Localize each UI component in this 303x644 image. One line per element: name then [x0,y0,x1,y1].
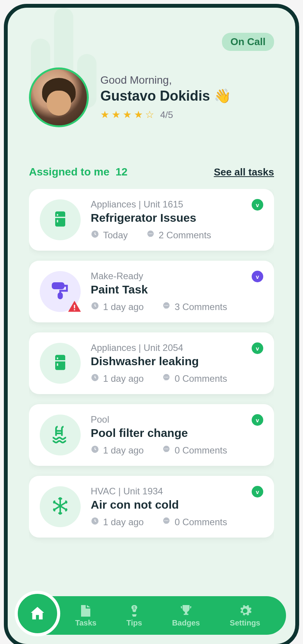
task-category: HVAC | Unit 1934 [91,486,263,497]
clock-icon [91,445,99,456]
svg-point-7 [149,233,149,234]
task-category: Appliances | Unit 1615 [91,199,263,210]
task-comments: 0 Comments [162,373,227,384]
nav-home-button[interactable] [15,591,60,636]
task-time: 1 day ago [91,517,144,528]
task-list[interactable]: Appliances | Unit 1615Refrigerator Issue… [29,189,274,594]
assigned-count: 12 [115,166,127,178]
task-body: Appliances | Unit 1615Refrigerator Issue… [91,199,263,241]
svg-point-38 [168,520,168,521]
status-dot: v [252,486,263,497]
svg-rect-11 [59,293,62,298]
clock-icon [91,517,99,528]
task-meta: Today2 Comments [91,230,263,241]
task-comments: 2 Comments [146,230,211,241]
svg-point-28 [168,377,168,378]
task-body: HVAC | Unit 1934Air con not cold1 day ag… [91,486,263,528]
task-time: 1 day ago [91,373,144,384]
status-badge[interactable]: On Call [222,33,274,51]
svg-point-9 [152,233,152,234]
task-card[interactable]: PoolPool filter change1 day ago0 Comment… [29,404,274,466]
svg-point-26 [165,377,166,378]
star-outline-icon: ☆ [145,109,154,121]
task-time: 1 day ago [91,302,144,312]
task-body: Appliances | Unit 2054Dishwasher leaking… [91,342,263,384]
nav-tasks[interactable]: Tasks [75,604,96,627]
task-title: Air con not cold [91,498,263,511]
task-meta: 1 day ago0 Comments [91,445,263,456]
fridge-icon [50,209,70,231]
chat-icon [162,517,171,528]
home-icon [29,605,46,622]
task-card[interactable]: Appliances | Unit 1615Refrigerator Issue… [29,189,274,251]
app-screen: On Call Good Morning, Gustavo Dokidis 👋 … [4,4,299,644]
svg-point-31 [165,448,166,449]
task-icon-wrap [40,486,81,527]
paint-icon [50,281,70,302]
assigned-heading: Assigned to me 12 [29,166,127,178]
task-comments: 3 Comments [162,302,227,312]
svg-point-17 [166,305,167,306]
task-title: Pool filter change [91,427,263,440]
svg-rect-10 [53,283,64,288]
task-card[interactable]: Appliances | Unit 2054Dishwasher leaking… [29,332,274,394]
tasks-icon [79,604,93,618]
chat-icon [162,445,171,456]
task-meta: 1 day ago0 Comments [91,373,263,384]
task-time: Today [91,230,128,241]
nav-badges[interactable]: Badges [172,604,200,627]
task-category: Pool [91,414,263,425]
wave-emoji: 👋 [214,88,231,104]
user-name: Gustavo Dokidis 👋 [100,88,231,104]
svg-point-8 [150,233,151,234]
nav-items: Tasks $ Tips Badges Settings [60,604,275,627]
task-meta: 1 day ago3 Comments [91,302,263,312]
status-dot: v [252,271,263,282]
tips-icon: $ [127,604,141,618]
svg-rect-20 [55,355,65,361]
task-comments: 0 Comments [162,517,227,528]
svg-point-18 [168,305,168,306]
pool-icon [50,424,70,446]
svg-text:$: $ [133,605,135,610]
clock-icon [91,230,99,241]
task-comments: 0 Comments [162,445,227,456]
status-dot: v [252,414,263,426]
svg-rect-13 [74,309,75,310]
status-dot: v [252,342,263,354]
task-body: Make-ReadyPaint Task1 day ago3 Comments [91,271,263,312]
see-all-link[interactable]: See all tasks [214,166,274,178]
task-title: Dishwasher leaking [91,355,263,368]
alert-icon [67,300,82,314]
nav-settings[interactable]: Settings [230,604,260,627]
rating-text: 4/5 [160,110,173,120]
task-category: Appliances | Unit 2054 [91,342,263,353]
task-card[interactable]: HVAC | Unit 1934Air con not cold1 day ag… [29,476,274,538]
chat-icon [162,373,171,384]
task-card[interactable]: Make-ReadyPaint Task1 day ago3 Commentsv [29,261,274,322]
svg-point-16 [165,305,166,306]
clock-icon [91,302,99,312]
svg-rect-4 [57,220,58,223]
chat-icon [162,302,171,312]
nav-tips[interactable]: $ Tips [126,604,142,627]
settings-icon [238,604,252,618]
greeting-prefix: Good Morning, [100,74,231,86]
hvac-icon [50,496,70,518]
task-time: 1 day ago [91,445,144,456]
svg-point-33 [168,448,168,449]
clock-icon [91,373,99,384]
star-icon: ★ [112,109,120,121]
avatar[interactable] [29,67,89,127]
chat-icon [146,230,155,241]
svg-rect-3 [57,214,58,216]
task-meta: 1 day ago0 Comments [91,517,263,528]
task-icon-wrap [40,199,81,240]
task-body: PoolPool filter change1 day ago0 Comment… [91,414,263,456]
greeting-block: Good Morning, Gustavo Dokidis 👋 ★ ★ ★ ★ … [100,74,231,121]
task-icon-wrap [40,415,81,455]
fridge-icon [50,352,70,374]
profile-header: Good Morning, Gustavo Dokidis 👋 ★ ★ ★ ★ … [29,67,231,127]
task-title: Paint Task [91,283,263,296]
star-icon: ★ [100,109,109,121]
